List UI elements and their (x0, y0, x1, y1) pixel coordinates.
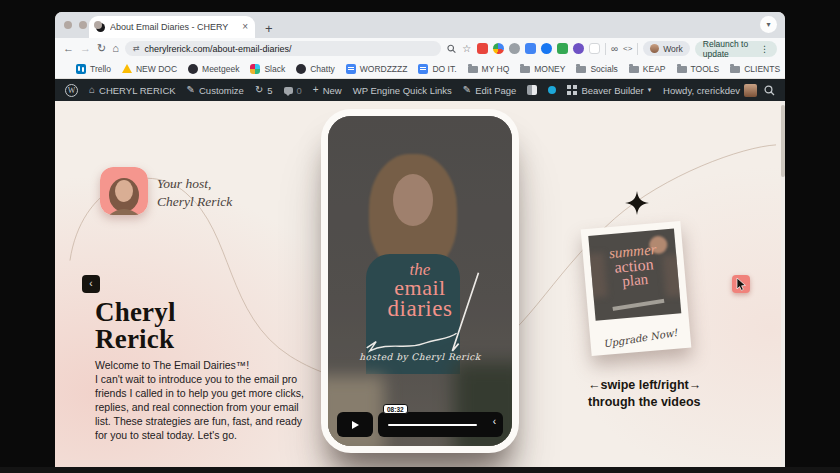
bookmark-folder-socials[interactable]: Socials (576, 64, 617, 74)
code-extension-icon[interactable]: <> (623, 45, 632, 53)
url-text: cherylrerick.com/about-email-diaries/ (145, 44, 292, 54)
collapse-chevron-icon[interactable]: ‹ (493, 416, 496, 427)
progress-bar[interactable]: 08:32 ‹ (378, 412, 503, 437)
extension-icon-7[interactable] (573, 43, 584, 54)
edit-page-menu[interactable]: ✎Edit Page (463, 85, 517, 96)
letterbox-bar (0, 467, 840, 473)
drive-icon (122, 64, 132, 73)
tab-search-button[interactable]: ▾ (760, 16, 777, 33)
address-bar[interactable]: ⇄ cherylrerick.com/about-email-diaries/ (125, 41, 441, 56)
comments-menu[interactable]: 0 (284, 85, 302, 96)
extension-icon-6[interactable] (557, 43, 568, 54)
wp-logo-menu[interactable]: W (65, 84, 78, 97)
extension-icon-1[interactable] (477, 43, 488, 54)
bookmark-folder-money[interactable]: MONEY (520, 64, 565, 74)
back-button[interactable]: ← (63, 43, 74, 54)
toolbar-divider (637, 43, 638, 55)
caret-down-icon: ▾ (648, 86, 652, 94)
site-name-menu[interactable]: ⌂CHERYL RERICK (89, 85, 176, 96)
updates-icon: ↻ (255, 85, 263, 95)
video-subtitle: hosted by Cheryl Rerick (328, 352, 512, 362)
home-icon: ⌂ (89, 85, 95, 95)
bookmark-folder-tools[interactable]: TOOLS (677, 64, 720, 74)
sparkle-icon (625, 191, 649, 215)
relaunch-label: Relaunch to update (703, 39, 755, 59)
close-window-button[interactable] (64, 21, 72, 29)
plus-icon: + (313, 85, 319, 95)
customize-menu[interactable]: ✎Customize (187, 85, 244, 96)
page-scrollbar[interactable] (781, 101, 785, 467)
home-button[interactable]: ⌂ (112, 43, 119, 54)
link-extension-icon[interactable]: ∞ (611, 44, 618, 54)
tab-title: About Email Diaries - CHERY (110, 22, 237, 32)
host-caption: Your host, Cheryl Rerick (157, 175, 232, 210)
bookmark-folder-clients[interactable]: CLIENTS (730, 64, 780, 74)
play-button[interactable] (337, 412, 373, 437)
status-dot-icon (548, 86, 556, 94)
admin-bar-right: Howdy, crerickdev (663, 84, 775, 97)
active-tab[interactable]: About Email Diaries - CHERY × (89, 16, 255, 38)
mouse-cursor-icon (736, 278, 746, 291)
relaunch-button[interactable]: Relaunch to update ⋮ (695, 41, 777, 57)
bookmark-new-doc[interactable]: NEW DOC (122, 64, 177, 74)
extension-icon-5[interactable] (541, 43, 552, 54)
play-icon (352, 421, 359, 429)
scrollbar-thumb[interactable] (781, 105, 785, 177)
folder-icon (468, 66, 478, 73)
browser-menu-icon[interactable]: ⋮ (760, 44, 769, 54)
my-account-menu[interactable]: Howdy, crerickdev (663, 84, 757, 97)
photo-laptop (612, 299, 664, 311)
polaroid-card[interactable]: summer action plan Upgrade Now! (581, 221, 692, 356)
wp-engine-menu[interactable]: WP Engine Quick Links (353, 85, 452, 96)
bookmark-wordzzzz[interactable]: WORDZZZZ (346, 64, 408, 74)
updates-menu[interactable]: ↻5 (255, 85, 273, 96)
extension-icon-3[interactable] (509, 43, 520, 54)
wp-admin-bar: W ⌂CHERYL RERICK ✎Customize ↻5 0 +New WP… (55, 79, 785, 101)
bookmark-chatty[interactable]: Chatty (296, 64, 335, 74)
meetgeek-icon (188, 64, 198, 74)
tab-strip: About Email Diaries - CHERY × + ▾ (55, 12, 785, 38)
tab-close-icon[interactable]: × (242, 22, 248, 32)
bookmark-folder-my-hq[interactable]: MY HQ (468, 64, 510, 74)
page-content: Your host, Cheryl Rerick ‹ Cheryl Rerick… (55, 101, 785, 467)
admin-search-icon[interactable] (764, 85, 775, 96)
extension-icon-8[interactable] (589, 43, 600, 54)
brush-icon: ✎ (187, 85, 195, 95)
doc-icon (418, 64, 428, 74)
beaver-builder-menu[interactable]: Beaver Builder▾ (567, 85, 651, 96)
carousel-next-button[interactable] (732, 275, 750, 293)
progress-line (388, 424, 477, 426)
screen: About Email Diaries - CHERY × + ▾ ← → ↻ … (0, 0, 840, 473)
window-controls (64, 21, 102, 29)
page-title: Cheryl Rerick (95, 299, 176, 353)
carousel-prev-button[interactable]: ‹ (82, 275, 100, 293)
forward-button[interactable]: → (80, 43, 91, 54)
bookmark-trello[interactable]: Trello (76, 64, 111, 74)
bookmark-slack[interactable]: Slack (250, 64, 285, 74)
plugin-icon[interactable] (527, 85, 537, 95)
user-avatar (744, 84, 757, 97)
minimize-window-button[interactable] (79, 21, 87, 29)
bookmarks-bar: Trello NEW DOC Meetgeek Slack Chatty WOR… (55, 59, 785, 79)
intro-paragraph: Welcome to The Email Dairies™! I can't w… (95, 359, 307, 443)
polaroid-title: summer action plan (589, 240, 678, 291)
time-badge: 08:32 (383, 404, 408, 414)
reload-button[interactable]: ↻ (97, 43, 106, 54)
new-tab-button[interactable]: + (265, 22, 273, 35)
zoom-icon[interactable] (447, 44, 456, 54)
video-controls: 08:32 ‹ (337, 412, 503, 437)
extension-icon-4[interactable] (525, 43, 536, 54)
bookmark-star-icon[interactable]: ☆ (462, 44, 471, 54)
bookmark-do-it[interactable]: DO IT. (418, 64, 456, 74)
extensions-cluster: ∞ <> Work Relaunch to update ⋮ (477, 41, 777, 57)
bookmark-folder-keap[interactable]: KEAP (629, 64, 666, 74)
profile-chip[interactable]: Work (643, 41, 690, 56)
profile-avatar (650, 44, 659, 53)
extension-icon-2[interactable] (493, 43, 504, 54)
send-to-device-icon[interactable]: ⇄ (133, 44, 140, 53)
maximize-window-button[interactable] (94, 21, 102, 29)
new-content-menu[interactable]: +New (313, 85, 342, 96)
bookmark-meetgeek[interactable]: Meetgeek (188, 64, 239, 74)
browser-toolbar: ← → ↻ ⌂ ⇄ cherylrerick.com/about-email-d… (55, 38, 785, 59)
video-player[interactable]: the email diaries hosted by Cheryl Reric… (321, 109, 519, 453)
